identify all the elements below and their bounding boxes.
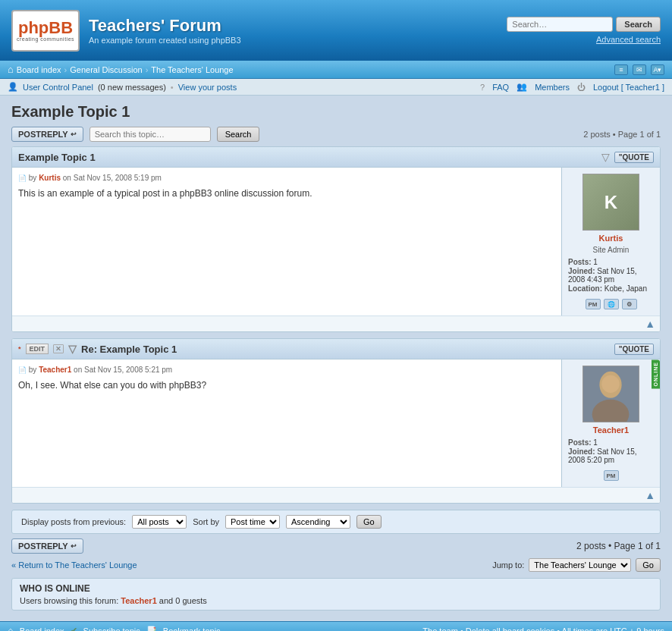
footer-nav-left: ⌂ Board index ✔ Subscribe topic 📑 Bookma…: [8, 625, 221, 631]
post-2: * EDIT ✕ ▽ Re: Example Topic 1 "QUOTE 📄 …: [11, 338, 661, 504]
edit-star: *: [18, 345, 21, 353]
jump-select[interactable]: The Teachers' LoungeGeneral DiscussionBo…: [529, 558, 631, 572]
edit-link[interactable]: EDIT: [26, 344, 49, 354]
search-topic-input[interactable]: [89, 127, 211, 142]
footer-nav-right: The team • Delete all board cookies • Al…: [422, 626, 664, 632]
order-select[interactable]: AscendingDescending: [286, 515, 350, 529]
search-button[interactable]: Search: [616, 17, 661, 32]
footer-cookies-link[interactable]: Delete all board cookies: [466, 626, 554, 632]
nav-icon-mail[interactable]: ✉: [633, 64, 646, 75]
page-title: Example Topic 1: [11, 103, 661, 121]
display-select[interactable]: All posts1 day7 days2 weeks1 month3 mont…: [132, 515, 187, 529]
forum-subtitle: An example forum created using phpBB3: [89, 36, 241, 45]
logo-area: phpBB creating communities Teachers' For…: [11, 10, 241, 52]
sep: •: [171, 83, 174, 92]
post-1-username[interactable]: Kurtis: [599, 234, 623, 243]
post-2-header: * EDIT ✕ ▽ Re: Example Topic 1 "QUOTE: [12, 339, 660, 359]
view-posts-link[interactable]: View your posts: [178, 83, 237, 92]
report-icon-2[interactable]: ▽: [68, 343, 77, 355]
footer-bookmark-icon: 📑: [146, 626, 157, 631]
breadcrumb-general-discussion[interactable]: General Discussion: [70, 65, 142, 74]
footer-board-index-link[interactable]: Board index: [20, 626, 64, 632]
search-box-row: Search: [507, 17, 661, 32]
nav-icon-font[interactable]: A▾: [651, 64, 664, 75]
advanced-search-link[interactable]: Advanced search: [596, 35, 661, 44]
ucp-icon: 👤: [8, 82, 18, 92]
sort-select[interactable]: Post timeAuthorSubject: [225, 515, 280, 529]
postreply-button-bottom[interactable]: POSTREPLY ↩: [11, 538, 83, 554]
forum-title-area: Teachers' Forum An example forum created…: [89, 16, 241, 45]
post-2-footer: ▲: [12, 487, 660, 503]
ucp-link[interactable]: User Control Panel: [23, 83, 93, 92]
post-1-footer: ▲: [12, 316, 660, 331]
logo-sub-text: creating communities: [17, 36, 74, 42]
logout-icon: ⏻: [577, 83, 586, 92]
footer-team-link[interactable]: The team: [422, 626, 457, 632]
faq-icon: ?: [480, 83, 485, 92]
post-2-byline: 📄 by Teacher1 on Sat Nov 15, 2008 5:21 p…: [18, 366, 555, 374]
web-icon-1[interactable]: 🌐: [604, 299, 619, 309]
logo-phpbb-text: phpBB: [18, 20, 73, 36]
who-online-title: WHO IS ONLINE: [20, 583, 652, 594]
posts-count-top: 2 posts • Page 1 of 1: [583, 130, 661, 139]
post-1-text: This is an example of a typical post in …: [18, 187, 555, 200]
logout-link[interactable]: Logout [ Teacher1 ]: [593, 83, 664, 92]
post-2-header-icons: "QUOTE: [614, 344, 654, 355]
post-1-title: Example Topic 1: [18, 152, 96, 163]
pm-icon-2[interactable]: PM: [604, 470, 619, 481]
nav-bar: ⌂ Board index › General Discussion › The…: [0, 61, 672, 79]
post-1-avatar: K: [583, 174, 639, 231]
postreply-button-top[interactable]: POSTREPLY ↩: [11, 127, 83, 142]
jump-go-button[interactable]: Go: [636, 558, 661, 572]
search-area: Search Advanced search: [507, 17, 661, 44]
breadcrumb-teachers-lounge[interactable]: The Teachers' Lounge: [151, 65, 233, 74]
footer-bookmark-link[interactable]: Bookmark topic: [163, 626, 221, 632]
post-1-content: 📄 by Kurtis on Sat Nov 15, 2008 5:19 pm …: [12, 168, 561, 316]
footer-home-icon: ⌂: [8, 625, 14, 631]
post-1-byline: 📄 by Kurtis on Sat Nov 15, 2008 5:19 pm: [18, 174, 555, 182]
topic-actions-left: POSTREPLY ↩ Search: [11, 127, 259, 142]
post-2-username[interactable]: Teacher1: [593, 425, 630, 435]
jump-to: Jump to: The Teachers' LoungeGeneral Dis…: [492, 558, 661, 572]
who-is-online: WHO IS ONLINE Users browsing this forum:…: [11, 578, 661, 611]
quote-button-2[interactable]: "QUOTE: [614, 344, 654, 355]
posts-count-bottom: 2 posts • Page 1 of 1: [576, 541, 661, 551]
members-link[interactable]: Members: [535, 83, 570, 92]
main-content: Example Topic 1 POSTREPLY ↩ Search 2 pos…: [0, 96, 672, 621]
reply-icon-bottom: ↩: [71, 542, 77, 550]
display-go-button[interactable]: Go: [356, 515, 382, 529]
post-1-body: 📄 by Kurtis on Sat Nov 15, 2008 5:19 pm …: [12, 168, 660, 316]
top-arrow-1[interactable]: ▲: [645, 318, 655, 330]
quote-button-1[interactable]: "QUOTE: [614, 152, 654, 163]
post-2-sidebar: ONLINE Teacher1 Posts: 1 Joined: Sat Nov…: [561, 359, 660, 487]
search-topic-button[interactable]: Search: [217, 127, 260, 142]
faq-link[interactable]: FAQ: [492, 83, 509, 92]
pm-icon-1[interactable]: PM: [586, 299, 601, 309]
post-2-user-info: Posts: 1 Joined: Sat Nov 15, 2008 5:20 p…: [568, 438, 654, 465]
breadcrumb-sep2: ›: [146, 65, 149, 74]
config-icon-1[interactable]: ⚙: [622, 299, 637, 309]
top-arrow-2[interactable]: ▲: [645, 489, 655, 501]
post-1: Example Topic 1 ▽ "QUOTE 📄 by Kurtis on …: [11, 146, 661, 332]
post-1-user-icons: PM 🌐 ⚙: [586, 299, 637, 309]
jump-to-label: Jump to:: [492, 560, 524, 570]
return-link[interactable]: « Return to The Teachers' Lounge: [11, 560, 137, 570]
who-online-user-link[interactable]: Teacher1: [121, 596, 157, 605]
topic-actions-bar: POSTREPLY ↩ Search 2 posts • Page 1 of 1: [11, 127, 661, 142]
post-2-author-link[interactable]: Teacher1: [39, 366, 71, 374]
post-1-author-link[interactable]: Kurtis: [39, 174, 61, 182]
post-1-user-info: Posts: 1 Joined: Sat Nov 15, 2008 4:43 p…: [568, 257, 654, 294]
nav-icon-settings[interactable]: ≡: [614, 64, 628, 75]
search-input[interactable]: [507, 17, 613, 32]
post-1-header: Example Topic 1 ▽ "QUOTE: [12, 147, 660, 168]
breadcrumb-board-index[interactable]: Board index: [17, 65, 61, 74]
bottom-bar: POSTREPLY ↩ 2 posts • Page 1 of 1: [11, 538, 661, 554]
post-1-header-icons: ▽ "QUOTE: [601, 151, 654, 163]
post-icon: 📄: [18, 174, 27, 182]
delete-icon[interactable]: ✕: [53, 344, 64, 353]
breadcrumb: ⌂ Board index › General Discussion › The…: [8, 64, 234, 75]
report-icon-1[interactable]: ▽: [601, 151, 610, 163]
sort-label: Sort by: [193, 517, 219, 526]
footer-nav: ⌂ Board index ✔ Subscribe topic 📑 Bookma…: [0, 621, 672, 631]
footer-subscribe-link[interactable]: Subscribe topic: [83, 626, 140, 632]
